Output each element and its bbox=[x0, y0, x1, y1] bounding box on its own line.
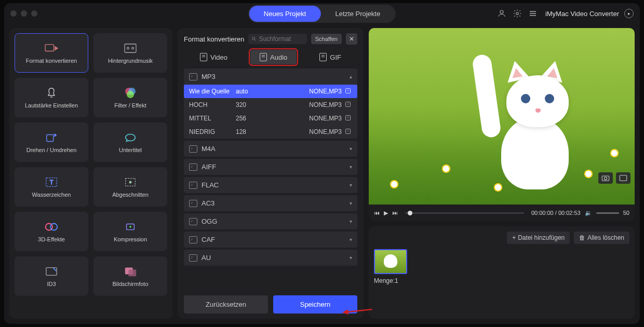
save-button[interactable]: Speichern bbox=[273, 295, 357, 314]
tab-recent-projects[interactable]: Letzte Projekte bbox=[320, 6, 395, 22]
format-label: AIFF bbox=[202, 163, 216, 171]
edit-icon[interactable] bbox=[345, 115, 352, 122]
tool-convert[interactable]: Format konvertieren bbox=[15, 33, 88, 73]
audio-format-icon bbox=[189, 73, 197, 80]
tool-id3[interactable]: ID3 bbox=[15, 256, 88, 296]
audio-format-icon bbox=[189, 182, 197, 189]
chevron-down-icon: ▾ bbox=[350, 219, 352, 224]
tool-label: Drehen / Umdrehen bbox=[26, 147, 77, 153]
tool-watermark[interactable]: TWasserzeichen bbox=[15, 167, 88, 207]
tool-music[interactable]: Hintergrundmusik bbox=[93, 33, 167, 73]
edit-icon[interactable] bbox=[345, 88, 352, 95]
format-label: OGG bbox=[202, 217, 217, 225]
audio-format-icon bbox=[189, 145, 197, 153]
svg-rect-22 bbox=[46, 268, 57, 276]
rotate-icon bbox=[44, 131, 59, 144]
format-head-ac3[interactable]: AC3▾ bbox=[184, 195, 357, 211]
file-icon bbox=[260, 53, 267, 61]
tool-label: Untertitel bbox=[119, 147, 142, 153]
compress-icon bbox=[123, 221, 138, 233]
volume-value: 50 bbox=[623, 210, 629, 216]
close-icon[interactable]: ✕ bbox=[346, 33, 357, 45]
convert-icon bbox=[44, 42, 59, 55]
add-file-button[interactable]: +Datei hinzufügen bbox=[507, 231, 570, 244]
audio-format-icon bbox=[189, 218, 197, 225]
progress-bar[interactable] bbox=[405, 212, 524, 214]
fullscreen-icon[interactable] bbox=[616, 172, 630, 184]
create-button[interactable]: Schaffen bbox=[311, 34, 342, 44]
tool-3d[interactable]: 3D-Effekte bbox=[15, 212, 88, 251]
format-head-flac[interactable]: FLAC▾ bbox=[184, 177, 357, 193]
tool-label: Bildschirmfoto bbox=[112, 281, 148, 287]
tool-screenshot[interactable]: Bildschirmfoto bbox=[93, 256, 167, 296]
menu-icon[interactable] bbox=[528, 8, 538, 19]
quality-row[interactable]: HOCH320NONE,MP3 bbox=[184, 98, 357, 112]
svg-point-7 bbox=[127, 47, 129, 49]
format-head-m4a[interactable]: M4A▾ bbox=[184, 141, 357, 157]
tool-crop[interactable]: Abgeschnitten bbox=[93, 167, 167, 207]
tool-compress[interactable]: Kompression bbox=[93, 212, 167, 251]
format-head-au[interactable]: AU▾ bbox=[184, 250, 357, 266]
format-label: M4A bbox=[202, 145, 216, 153]
format-head-aiff[interactable]: AIFF▾ bbox=[184, 159, 357, 175]
tools-sidebar: Format konvertierenHintergrundmusikLauts… bbox=[9, 28, 172, 319]
format-tab-video[interactable]: Video bbox=[191, 50, 237, 64]
format-tab-gif[interactable]: GIF bbox=[310, 50, 351, 64]
svg-line-23 bbox=[53, 268, 57, 271]
3d-icon bbox=[44, 221, 59, 233]
quality-row[interactable]: MITTEL256NONE,MP3 bbox=[184, 112, 357, 125]
file-thumbnail[interactable] bbox=[374, 249, 407, 274]
tool-label: Wasserzeichen bbox=[32, 192, 71, 198]
format-label: AU bbox=[202, 254, 211, 262]
format-head-mp3[interactable]: MP3 ▴ bbox=[184, 69, 357, 85]
svg-rect-13 bbox=[47, 134, 53, 141]
tool-filter[interactable]: Filter / Effekt bbox=[93, 78, 167, 117]
quality-codec: NONE,MP3 bbox=[267, 101, 342, 108]
format-head-caf[interactable]: CAF▾ bbox=[184, 231, 357, 248]
quality-codec: NONE,MP3 bbox=[267, 128, 342, 135]
volume-icon[interactable]: 🔉 bbox=[585, 210, 592, 216]
video-frame[interactable] bbox=[369, 28, 635, 205]
header-actions: iMyMac Video Converter ▸ bbox=[497, 8, 634, 19]
account-icon[interactable] bbox=[497, 8, 507, 19]
tool-volume[interactable]: Lautstärke Einstellen bbox=[15, 78, 88, 117]
clear-all-button[interactable]: 🗑Alles löschen bbox=[574, 231, 629, 244]
tool-label: ID3 bbox=[47, 281, 56, 287]
chevron-down-icon: ▾ bbox=[350, 255, 352, 261]
svg-rect-36 bbox=[620, 175, 626, 181]
crop-icon bbox=[123, 176, 138, 188]
cast-icon[interactable]: ▸ bbox=[624, 9, 634, 18]
subtitle-icon bbox=[123, 131, 138, 144]
tool-rotate[interactable]: Drehen / Umdrehen bbox=[15, 122, 88, 162]
video-controls: ⏮ ▶ ⏭ 00:00:00 / 00:02:53 🔉 50 bbox=[369, 205, 635, 221]
volume-slider[interactable] bbox=[596, 212, 619, 214]
chevron-down-icon: ▾ bbox=[350, 164, 352, 170]
minimize-window[interactable] bbox=[21, 10, 27, 17]
format-mp3: MP3 ▴ Wie die QuelleautoNONE,MP3HOCH320N… bbox=[184, 69, 357, 139]
file-icon bbox=[200, 53, 207, 61]
prev-icon[interactable]: ⏮ bbox=[374, 210, 380, 216]
video-preview: ⏮ ▶ ⏭ 00:00:00 / 00:02:53 🔉 50 bbox=[369, 28, 635, 221]
quality-name: Wie die Quelle bbox=[189, 88, 236, 95]
quality-row[interactable]: Wie die QuelleautoNONE,MP3 bbox=[184, 85, 357, 98]
edit-icon[interactable] bbox=[345, 101, 352, 108]
snapshot-icon[interactable] bbox=[598, 172, 613, 184]
tool-subtitle[interactable]: Untertitel bbox=[93, 122, 167, 162]
format-head-ogg[interactable]: OGG▾ bbox=[184, 213, 357, 229]
search-input[interactable] bbox=[259, 35, 304, 43]
format-tab-audio[interactable]: Audio bbox=[250, 50, 297, 64]
play-icon[interactable]: ▶ bbox=[384, 210, 388, 216]
close-window[interactable] bbox=[10, 10, 17, 17]
app-window: Neues Projekt Letzte Projekte iMyMac Vid… bbox=[4, 3, 640, 324]
reset-button[interactable]: Zurücksetzen bbox=[184, 295, 268, 314]
svg-point-8 bbox=[132, 47, 134, 49]
tab-new-project[interactable]: Neues Projekt bbox=[249, 6, 321, 22]
quality-row[interactable]: NIEDRIG128NONE,MP3 bbox=[184, 125, 357, 139]
maximize-window[interactable] bbox=[31, 10, 37, 17]
next-icon[interactable]: ⏭ bbox=[392, 210, 398, 216]
settings-icon[interactable] bbox=[512, 8, 522, 19]
music-icon bbox=[123, 42, 138, 55]
watermark-icon: T bbox=[44, 176, 59, 188]
edit-icon[interactable] bbox=[345, 128, 352, 135]
svg-point-18 bbox=[129, 181, 131, 183]
